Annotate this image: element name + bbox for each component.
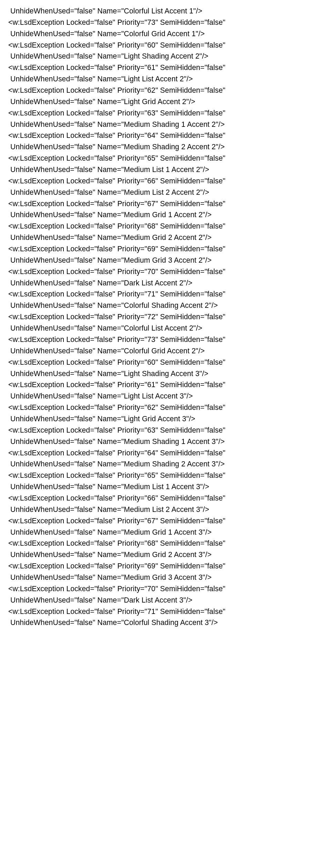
code-line: UnhideWhenUsed="false" Name="Medium List… [8,164,323,175]
code-line: UnhideWhenUsed="false" Name="Medium List… [8,481,323,493]
code-line: UnhideWhenUsed="false" Name="Medium Grid… [8,232,323,243]
code-line: <w:LsdException Locked="false" Priority=… [8,17,323,28]
code-line: <w:LsdException Locked="false" Priority=… [8,425,323,436]
code-line: <w:LsdException Locked="false" Priority=… [8,40,323,51]
code-line: <w:LsdException Locked="false" Priority=… [8,130,323,141]
xml-code-block: UnhideWhenUsed="false" Name="Colorful Li… [8,6,323,628]
code-line: <w:LsdException Locked="false" Priority=… [8,538,323,549]
code-line: UnhideWhenUsed="false" Name="Light Shadi… [8,368,323,380]
code-line: UnhideWhenUsed="false" Name="Colorful Gr… [8,345,323,357]
code-line: UnhideWhenUsed="false" Name="Medium Shad… [8,436,323,447]
code-line: <w:LsdException Locked="false" Priority=… [8,175,323,187]
code-line: <w:LsdException Locked="false" Priority=… [8,357,323,368]
code-line: <w:LsdException Locked="false" Priority=… [8,153,323,164]
code-line: UnhideWhenUsed="false" Name="Light List … [8,73,323,85]
code-line: <w:LsdException Locked="false" Priority=… [8,470,323,481]
code-line: UnhideWhenUsed="false" Name="Medium Shad… [8,119,323,130]
code-line: <w:LsdException Locked="false" Priority=… [8,108,323,119]
code-line: <w:LsdException Locked="false" Priority=… [8,198,323,210]
code-line: UnhideWhenUsed="false" Name="Colorful Gr… [8,28,323,40]
code-line: UnhideWhenUsed="false" Name="Colorful Sh… [8,617,323,628]
code-line: UnhideWhenUsed="false" Name="Medium Grid… [8,209,323,221]
code-line: <w:LsdException Locked="false" Priority=… [8,561,323,572]
code-line: <w:LsdException Locked="false" Priority=… [8,334,323,345]
code-line: <w:LsdException Locked="false" Priority=… [8,447,323,459]
code-line: UnhideWhenUsed="false" Name="Light Shadi… [8,51,323,62]
code-line: <w:LsdException Locked="false" Priority=… [8,311,323,323]
code-line: <w:LsdException Locked="false" Priority=… [8,243,323,255]
code-line: <w:LsdException Locked="false" Priority=… [8,402,323,413]
code-line: UnhideWhenUsed="false" Name="Colorful Li… [8,323,323,334]
code-line: UnhideWhenUsed="false" Name="Medium Grid… [8,549,323,561]
code-line: <w:LsdException Locked="false" Priority=… [8,85,323,96]
code-line: <w:LsdException Locked="false" Priority=… [8,606,323,617]
code-line: UnhideWhenUsed="false" Name="Colorful Sh… [8,300,323,311]
code-line: <w:LsdException Locked="false" Priority=… [8,583,323,595]
code-line: UnhideWhenUsed="false" Name="Light Grid … [8,96,323,108]
code-line: UnhideWhenUsed="false" Name="Medium Shad… [8,458,323,470]
code-line: UnhideWhenUsed="false" Name="Dark List A… [8,595,323,606]
code-line: <w:LsdException Locked="false" Priority=… [8,221,323,232]
code-line: UnhideWhenUsed="false" Name="Medium Grid… [8,527,323,538]
code-line: <w:LsdException Locked="false" Priority=… [8,493,323,504]
code-line: UnhideWhenUsed="false" Name="Colorful Li… [8,6,323,17]
code-line: UnhideWhenUsed="false" Name="Medium Shad… [8,141,323,153]
code-line: <w:LsdException Locked="false" Priority=… [8,266,323,277]
code-line: <w:LsdException Locked="false" Priority=… [8,515,323,527]
code-line: UnhideWhenUsed="false" Name="Light List … [8,391,323,402]
code-line: UnhideWhenUsed="false" Name="Light Grid … [8,413,323,425]
code-line: UnhideWhenUsed="false" Name="Medium List… [8,504,323,515]
code-line: <w:LsdException Locked="false" Priority=… [8,379,323,391]
code-line: UnhideWhenUsed="false" Name="Medium List… [8,187,323,198]
code-line: UnhideWhenUsed="false" Name="Medium Grid… [8,572,323,583]
code-line: UnhideWhenUsed="false" Name="Medium Grid… [8,255,323,266]
code-line: UnhideWhenUsed="false" Name="Dark List A… [8,277,323,289]
code-line: <w:LsdException Locked="false" Priority=… [8,62,323,73]
code-line: <w:LsdException Locked="false" Priority=… [8,289,323,300]
